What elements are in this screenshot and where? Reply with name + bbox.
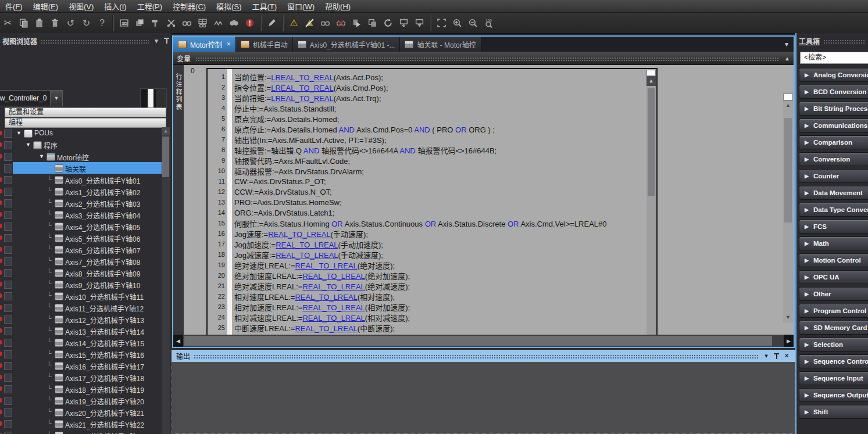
code-line-14[interactable]: 14ORG:=Axis.DrvStatus.Latch1; (208, 207, 646, 218)
editor-horizontal-scrollbar[interactable]: ◀ ▶ (173, 335, 794, 347)
3d-view-icon[interactable]: 3D (116, 15, 132, 31)
tree-item-Axis12_分选机械手Y轴13[interactable]: └Axis12_分选机械手Y轴13 (0, 313, 162, 325)
search-icon[interactable] (226, 15, 242, 31)
splitter-button[interactable] (783, 94, 793, 101)
tree-item-Axis15_分选机械手Y轴16[interactable]: └Axis15_分选机械手Y轴16 (0, 348, 162, 360)
toolbox-category-bit-string-processing[interactable]: ▶Bit String Processing (799, 102, 868, 116)
toolbox-category-sequence-control[interactable]: ▶Sequence Control (799, 354, 868, 368)
tree-item-Axis14_分选机械手Y轴15[interactable]: └Axis14_分选机械手Y轴15 (0, 336, 162, 348)
tree-item-Axis19_分选机械手Y轴20[interactable]: └Axis19_分选机械手Y轴20 (0, 394, 162, 406)
output-menu-chevron-icon[interactable]: ▾ (762, 352, 770, 360)
toolbox-category-data-movement[interactable]: ▶Data Movement (799, 186, 868, 200)
sync-icon[interactable] (380, 15, 396, 31)
tree-item-Motor轴控[interactable]: ▼Motor轴控 (0, 150, 162, 162)
redo-icon[interactable]: ↻ (78, 15, 94, 31)
tab-Motor控制[interactable]: Motor控制× (173, 37, 236, 52)
code-line-13[interactable]: 13PRO:=Axis.DrvStatus.HomeSw; (208, 197, 646, 207)
hscroll-thumb[interactable] (184, 336, 772, 346)
toolbox-category-sequence-input[interactable]: ▶Sequence Input (799, 371, 868, 385)
tab-轴关联 - Motor轴控[interactable]: 轴关联 - Motor轴控 (400, 37, 481, 52)
paste-icon[interactable] (31, 15, 47, 31)
cut-icon[interactable]: ✂ (0, 15, 16, 31)
watch-table-icon[interactable] (195, 15, 210, 31)
toolbox-category-program-control[interactable]: ▶Program Control (799, 304, 868, 318)
tree-item-轴关联[interactable]: └轴关联 (0, 162, 162, 174)
editor-scroll-thumb[interactable] (784, 118, 792, 223)
warning-enable-icon[interactable]: ⚠ (286, 15, 302, 31)
code-line-17[interactable]: 17Jog加速度:=REAL_TO_LREAL(手动加速度); (208, 239, 646, 249)
watch-icon[interactable] (179, 15, 195, 31)
toolbox-category-analog-conversion[interactable]: ▶Analog Conversion (799, 68, 868, 82)
tree-item-Axis0_分选机械手Y轴01[interactable]: └Axis0_分选机械手Y轴01 (0, 174, 162, 185)
code-line-20[interactable]: 20绝对加速度LREAL:=REAL_TO_LREAL(绝对加速度); (208, 270, 646, 281)
splitter-button[interactable] (646, 70, 656, 76)
toolbox-category-conversion[interactable]: ▶Conversion (799, 152, 868, 166)
tree-item-Axis13_分选机械手Y轴14[interactable]: └Axis13_分选机械手Y轴14 (0, 325, 162, 336)
menu-item-8[interactable]: 窗口(W) (282, 0, 320, 13)
menu-item-3[interactable]: 插入(I) (99, 0, 131, 13)
toolbox-category-selection[interactable]: ▶Selection (799, 338, 868, 351)
tree-item-Axis10_分选机械手Y轴11[interactable]: └Axis10_分选机械手Y轴11 (0, 290, 162, 302)
toolbox-category-math[interactable]: ▶Math (799, 236, 868, 250)
tree-item-Axis4_分选机械手Y轴05[interactable]: └Axis4_分选机械手Y轴05 (0, 220, 162, 232)
error-list-icon[interactable] (242, 15, 258, 31)
zoom-fit-icon[interactable] (434, 15, 449, 31)
edit-mode-icon[interactable] (264, 15, 280, 31)
variables-collapse-icon[interactable]: ▲ (784, 55, 790, 62)
toolbox-category-data-type-conversion[interactable]: ▶Data Type Conversion (799, 203, 868, 217)
undo-icon[interactable]: ↺ (63, 15, 78, 31)
code-line-19[interactable]: 19绝对速度LREAL:=REAL_TO_LREAL(绝对速度); (208, 260, 646, 270)
output-close-icon[interactable]: ✕ (783, 352, 791, 360)
toolbox-category-other[interactable]: ▶Other (799, 287, 868, 301)
menu-item-7[interactable]: 工具(T) (247, 0, 282, 13)
tree-item-Axis6_分选机械手Y轴07[interactable]: └Axis6_分选机械手Y轴07 (0, 243, 162, 255)
tree-item-Axis16_分选机械手Y轴17[interactable]: └Axis16_分选机械手Y轴17 (0, 360, 162, 371)
code-block-vertical-scrollbar[interactable]: ▲ (646, 70, 656, 335)
line-comment-list-tab[interactable]: 行注释列表 (173, 65, 184, 335)
menu-item-5[interactable]: 控制器(C) (167, 0, 211, 13)
toolbox-category-counter[interactable]: ▶Counter (799, 169, 868, 183)
zoom-out-icon[interactable] (465, 15, 481, 31)
code-line-12[interactable]: 12CCW:=Axis.DrvStatus.N_OT; (208, 186, 646, 197)
delete-icon[interactable] (47, 15, 63, 31)
zoom-100-icon[interactable]: 100 (481, 15, 496, 31)
code-line-6[interactable]: 6原点停止:=Axis.Details.Homed AND Axis.Cmd.P… (208, 124, 646, 134)
tree-item-Axis18_分选机械手Y轴19[interactable]: └Axis18_分选机械手Y轴19 (0, 383, 162, 394)
tree-scrollbar[interactable]: ▲ (162, 127, 170, 434)
code-line-23[interactable]: 23相对加速度LREAL:=REAL_TO_LREAL(相对加速度); (208, 302, 646, 312)
tree-item-Axis7_分选机械手Y轴08[interactable]: └Axis7_分选机械手Y轴08 (0, 255, 162, 267)
toolbox-category-communications[interactable]: ▶Communications (799, 119, 868, 132)
toolbox-category-sd-memory-card[interactable]: ▶SD Memory Card (799, 321, 868, 335)
copy-icon[interactable] (16, 15, 31, 31)
code-line-15[interactable]: 15伺服忙:=Axis.Status.Homing OR Axis.Status… (208, 218, 646, 228)
cascade-windows-icon[interactable] (132, 15, 148, 31)
editor-scroll-down-icon[interactable]: ▼ (783, 313, 793, 322)
tree-scroll-thumb[interactable] (162, 137, 169, 177)
tree-item-Axis11_分选机械手Y轴12[interactable]: └Axis11_分选机械手Y轴12 (0, 302, 162, 313)
tree-item-Axis2_分选机械手Y轴03[interactable]: └Axis2_分选机械手Y轴03 (0, 197, 162, 209)
toolbox-category-opc-ua[interactable]: ▶OPC UA (799, 270, 868, 284)
menu-item-1[interactable]: 编辑(E) (28, 0, 63, 13)
menu-item-6[interactable]: 模拟(S) (211, 0, 247, 13)
menu-item-4[interactable]: 工程(P) (132, 0, 167, 13)
zoom-in-icon[interactable] (449, 15, 465, 31)
expand-arrow-icon[interactable]: ▼ (39, 153, 44, 159)
editor-scroll-left-icon[interactable]: ◀ (173, 335, 183, 347)
code-line-9[interactable]: 9轴报警代码:=Axis.MFaultLvl.Code; (208, 155, 646, 166)
code-line-5[interactable]: 5原点完成:=Axis.Details.Homed; (208, 113, 646, 124)
tab-close-icon[interactable]: × (227, 40, 231, 48)
transfer-to-controller-icon[interactable] (396, 15, 412, 31)
explorer-pin-icon[interactable] (164, 37, 169, 44)
tab-list-chevron-icon[interactable]: ▼ (780, 37, 794, 52)
editor-scroll-up-icon[interactable]: ▲ (783, 101, 793, 110)
menu-item-9[interactable]: 帮助(H) (320, 0, 356, 13)
help-icon[interactable]: ? (94, 15, 110, 31)
tree-item-Axis3_分选机械手Y轴04[interactable]: └Axis3_分选机械手Y轴04 (0, 209, 162, 220)
transfer-from-controller-icon[interactable] (412, 15, 427, 31)
code-line-11[interactable]: 11CW:=Axis.DrvStatus.P_OT; (208, 176, 646, 186)
tab-Axis0_分选机械手Y轴01 -...[interactable]: Axis0_分选机械手Y轴01 -... (293, 37, 401, 52)
section-configuration[interactable]: 配置和设置 (5, 107, 166, 117)
section-programming[interactable]: 编程 (5, 118, 166, 128)
tree-item-Axis9_分选机械手Y轴10[interactable]: └Axis9_分选机械手Y轴10 (0, 278, 162, 290)
code-scroll-up-icon[interactable]: ▲ (646, 76, 656, 86)
